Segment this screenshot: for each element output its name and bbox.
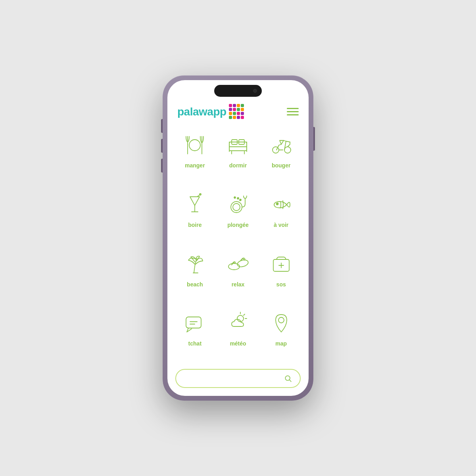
- menu-label-relax: relax: [232, 281, 245, 288]
- phone-notch: [214, 85, 262, 97]
- svg-point-35: [285, 376, 290, 380]
- menu-label-map: map: [275, 340, 287, 347]
- menu-item-relax[interactable]: relax: [219, 250, 258, 302]
- hamburger-line-2: [287, 111, 299, 112]
- svg-point-22: [276, 203, 278, 205]
- svg-point-34: [278, 317, 284, 323]
- svg-line-32: [244, 314, 245, 315]
- bed-icon: [224, 131, 252, 159]
- menu-item-dormir[interactable]: dormir: [219, 131, 258, 183]
- menu-label-beach: beach: [187, 281, 203, 288]
- menu-label-manger: manger: [185, 162, 205, 169]
- menu-item-boire[interactable]: boire: [175, 191, 215, 242]
- flip-flops-icon: [224, 250, 252, 278]
- hamburger-line-1: [287, 108, 299, 109]
- menu-item-a-voir[interactable]: à voir: [261, 191, 301, 242]
- hamburger-menu[interactable]: [287, 108, 299, 115]
- menu-label-meteo: météo: [230, 340, 246, 347]
- scooter-icon: [267, 131, 295, 159]
- svg-line-36: [290, 380, 292, 382]
- app-content: palawapp manger: [167, 80, 309, 396]
- menu-item-plongee[interactable]: plongée: [219, 191, 258, 242]
- camera: [253, 89, 257, 93]
- map-pin-icon: [267, 309, 295, 337]
- logo-dots: [229, 104, 244, 119]
- search-bar[interactable]: [175, 369, 301, 388]
- menu-item-bouger[interactable]: bouger: [261, 131, 301, 183]
- fork-plate-knife-icon: [181, 131, 209, 159]
- search-icon: [284, 374, 292, 382]
- app-logo-text: palawapp: [177, 106, 226, 118]
- menu-label-boire: boire: [188, 222, 202, 228]
- hamburger-line-3: [287, 114, 299, 115]
- menu-label-tchat: tchat: [188, 340, 202, 347]
- svg-point-12: [284, 147, 291, 153]
- fish-icon: [267, 191, 295, 219]
- chat-icon: [181, 309, 209, 337]
- svg-point-24: [228, 263, 240, 270]
- menu-label-bouger: bouger: [272, 162, 290, 169]
- svg-point-19: [237, 198, 239, 199]
- svg-point-25: [236, 259, 249, 268]
- weather-icon: [224, 309, 252, 337]
- menu-label-plongee: plongée: [227, 222, 249, 228]
- menu-label-sos: sos: [276, 281, 286, 288]
- app-header: palawapp: [175, 104, 301, 119]
- cocktail-icon: [181, 191, 209, 219]
- svg-point-2: [189, 140, 200, 151]
- menu-grid: manger dormir bouger: [175, 131, 301, 361]
- menu-label-a-voir: à voir: [274, 222, 288, 228]
- menu-item-meteo[interactable]: météo: [219, 309, 258, 361]
- menu-label-dormir: dormir: [229, 162, 247, 169]
- svg-point-18: [233, 203, 240, 211]
- svg-point-21: [240, 199, 241, 201]
- phone-screen: palawapp manger: [167, 80, 309, 396]
- palm-tree-icon: [181, 250, 209, 278]
- menu-item-manger[interactable]: manger: [175, 131, 215, 183]
- logo-area: palawapp: [177, 104, 244, 119]
- svg-rect-27: [186, 317, 201, 328]
- menu-item-tchat[interactable]: tchat: [175, 309, 215, 361]
- first-aid-icon: [267, 250, 295, 278]
- menu-item-map[interactable]: map: [261, 309, 301, 361]
- menu-item-sos[interactable]: sos: [261, 250, 301, 302]
- phone-device: palawapp manger: [163, 75, 313, 401]
- svg-point-20: [234, 197, 236, 198]
- menu-item-beach[interactable]: beach: [175, 250, 215, 302]
- snorkel-icon: [224, 191, 252, 219]
